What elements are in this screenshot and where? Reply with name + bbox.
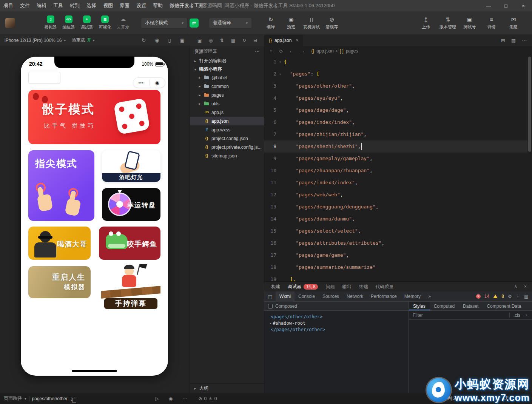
explorer-action-icon[interactable]: ⊟ [253,38,257,43]
user-avatar[interactable] [5,18,15,28]
menu-item[interactable]: 转到 [66,2,83,9]
menu-item[interactable]: 设置 [133,2,150,9]
top-left-box[interactable] [28,72,60,84]
fold-icon[interactable] [276,104,284,116]
view-toggle-button[interactable]: ▦ 可视化 [96,15,114,30]
panel-tab[interactable]: 调试器 14, 8 [288,284,318,290]
menu-item[interactable]: 文件 [17,2,33,9]
fold-icon[interactable] [276,140,284,153]
fold-icon[interactable] [276,128,284,140]
wxml-node[interactable]: <pages/other/other> [270,314,409,320]
styles-filter-input[interactable] [412,312,506,318]
close-panel-icon[interactable]: × [524,284,527,289]
code-line[interactable]: 12 "pages/web/web" , [264,189,527,201]
capsule-close-button[interactable]: ◉ [150,80,165,86]
view-toggle-button[interactable]: ☁ 云开发 [114,15,132,30]
more-icon[interactable]: ⋯ [255,49,259,54]
code-line[interactable]: 8 "pages/shezhi/shezhi" , [264,140,527,153]
open-editors-section[interactable]: ▸ 打开的编辑器 [190,57,264,65]
tree-item[interactable]: ▸ pages [190,91,264,99]
code-line[interactable]: 6 "pages/index/index" , [264,116,527,128]
minimize-button[interactable]: — [480,0,497,11]
menu-item[interactable]: 工具 [50,2,66,9]
devtools-tab[interactable]: » [424,291,435,302]
inspect-element-icon[interactable]: ◰ [264,294,276,299]
tile-fingertip-mode[interactable]: 指尖模式 [28,150,94,221]
wxml-node[interactable]: </pages/other/other> [270,327,409,333]
tile-biting-crocodile[interactable]: 咬手鳄鱼 [99,227,160,260]
close-tab-icon[interactable]: × [296,38,298,43]
new-style-rule-icon[interactable]: + [523,313,529,318]
toolbar-action-button[interactable]: ↻ 编译 [262,16,279,30]
more-icon[interactable]: ⋯ [522,38,527,43]
outline-icon[interactable]: ≡ [270,48,272,54]
panel-tab[interactable]: 终端 [359,284,368,290]
editor-scrollbar[interactable] [527,56,532,281]
layout-icon[interactable]: ▥ [511,38,516,43]
fold-icon[interactable] [276,165,284,177]
kebab-menu-icon[interactable]: ⋮ [516,294,520,299]
tree-item[interactable]: ▸ utils [190,99,264,108]
explorer-action-icon[interactable]: ▣ [197,38,202,43]
menu-item[interactable]: 选择 [83,2,100,9]
code-line[interactable]: 14 "pages/danmu/danmu" , [264,213,527,225]
view-toggle-button[interactable]: </> 编辑器 [60,15,78,30]
devtools-tab[interactable]: Network [343,291,367,302]
styles-tab[interactable]: Dataset [459,302,483,310]
maximize-button[interactable]: □ [497,0,515,11]
toolbar-action-button[interactable]: ≡ 详情 [483,16,500,30]
project-section[interactable]: ▾ 喝酒小程序 [190,65,264,73]
fold-icon[interactable] [276,225,284,237]
editor-tab-appjson[interactable]: {} app.json × [265,35,303,46]
tile-restart-life[interactable]: 重启人生 模拟器 [28,266,91,298]
gear-icon[interactable]: ⚙ [508,294,512,299]
styles-tab[interactable]: Styles [409,302,430,310]
tile-drinking-bro[interactable]: 喝酒大哥 [28,227,91,260]
copy-icon[interactable] [71,397,74,401]
tile-bar-light[interactable]: 酒吧灯光 [102,150,160,182]
code-line[interactable]: 18 "pages/summarize/summarize" [264,261,527,273]
wxml-tree[interactable]: <pages/other/other> ▸ #shadow-root </pag… [264,311,409,333]
problems-indicator[interactable]: ⊘ 0 ⚠ 0 [198,396,217,401]
code-line[interactable]: 13 "pages/dengguang/dengguang" , [264,201,527,213]
devtools-tab[interactable]: Console [295,291,319,302]
outline-section[interactable]: ▸ 大纲 [190,384,264,393]
code-line[interactable]: 19 ], [264,273,527,281]
styles-tab[interactable]: Component Data [483,302,525,310]
page-path-label[interactable]: 页面路径 [4,395,22,402]
view-toggle-button[interactable]: ▯ 模拟器 [42,15,60,30]
code-line[interactable]: 10 "pages/zhuanpan/zhuanpan" , [264,165,527,177]
tree-item[interactable]: sitemap.json [190,151,264,160]
fold-icon[interactable] [276,80,284,92]
code-line[interactable]: 3 "pages/other/other" , [264,80,527,92]
fold-icon[interactable] [276,261,284,273]
devtools-tab[interactable]: Sources [319,291,343,302]
code-line[interactable]: 2 ▾ "pages" : [ [264,68,527,80]
expand-arrow-icon[interactable]: ▸ [270,320,271,327]
code-line[interactable]: 9 "pages/gameplay/gameplay" , [264,153,527,165]
error-count[interactable]: 14 [484,294,489,299]
toolbar-action-button[interactable]: ✉ 消息 [505,16,522,30]
fold-icon[interactable] [276,249,284,261]
split-editor-icon[interactable]: ⊞ [501,38,505,43]
forward-arrow-icon[interactable]: → [301,48,305,54]
warning-count[interactable]: 8 [501,294,504,299]
breadcrumb[interactable]: {} app.json › [ ] pages [311,48,358,54]
devtools-tab[interactable]: Performance [367,291,401,302]
capsule-more-button[interactable]: ••• [133,80,149,85]
compile-mode-select[interactable]: 普通编译 ▾ [209,18,251,28]
screenshot-icon[interactable]: ▣ [180,37,185,43]
devtools-tab[interactable]: Wxml [276,291,295,302]
code-line[interactable]: 17 "pages/game/game" , [264,249,527,261]
explorer-action-icon[interactable]: ▦ [231,38,235,43]
code-line[interactable]: 5 "pages/dage/dage" , [264,104,527,116]
toolbar-action-button[interactable]: ◉ 预览 [282,16,300,30]
toolbar-action-button[interactable]: ⊘ 清缓存 [323,16,341,30]
code-line[interactable]: 15 "pages/select/select" , [264,225,527,237]
tree-item[interactable]: ▸ @babel [190,73,264,82]
fold-icon[interactable] [276,237,284,249]
fold-icon[interactable] [276,213,284,225]
panel-tab[interactable]: 代码质量 [375,284,393,290]
code-line[interactable]: 4 "pages/eyu/eyu" , [264,92,527,104]
panel-tab[interactable]: 构建 [271,284,280,290]
